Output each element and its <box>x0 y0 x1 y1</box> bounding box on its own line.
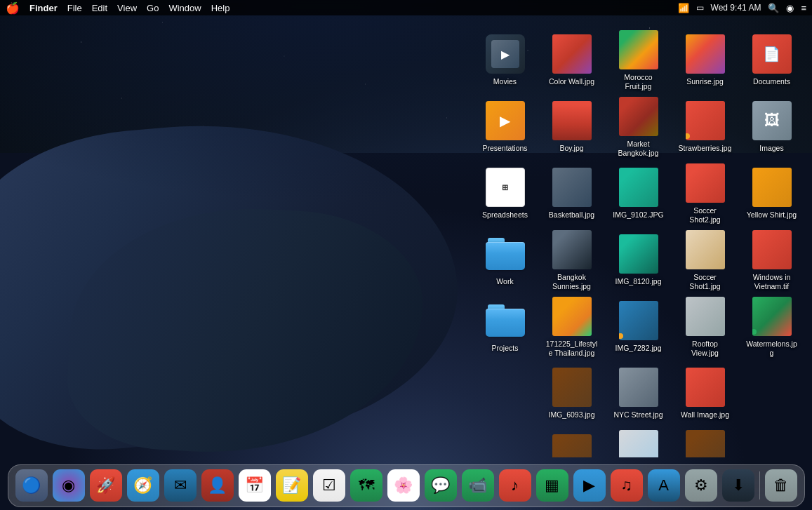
desktop-icon-soccer2[interactable]: Soccer Shot2.jpg <box>675 161 735 224</box>
icon-label-img8120: IMG_8120.jpg <box>615 277 662 286</box>
desktop-icon-yellowshirt[interactable]: Yellow Shirt.jpg <box>742 161 801 224</box>
desktop-icon-soccer1[interactable]: Soccer Shot1.jpg <box>675 228 735 291</box>
desktop-icon-vietnamese[interactable]: Vietnamese Girl.tif <box>675 428 735 457</box>
desktop-icon-strawberries[interactable]: Strawberries.jpg <box>675 95 735 158</box>
dock-item-finder[interactable]: 🔵 <box>14 468 49 503</box>
datetime: Wed 9:41 AM <box>711 3 761 13</box>
desktop-icon-colorwall[interactable]: Color Wall.jpg <box>542 28 601 91</box>
desktop-icon-sunrise[interactable]: Sunrise.jpg <box>675 28 735 91</box>
desktop-icon-lifestyle[interactable]: 171225_Lifestyle Thailand.jpg <box>542 295 601 358</box>
desktop-icon-boy[interactable]: Boy.jpg <box>542 95 601 158</box>
special-icon-spreadsheets: ⊞ <box>486 168 525 207</box>
dock-item-itunes[interactable]: ♪ <box>498 468 533 503</box>
search-icon[interactable]: 🔍 <box>768 3 779 13</box>
desktop-icon-img5961[interactable]: IMG_5961.jpg <box>542 428 601 457</box>
edit-menu[interactable]: Edit <box>92 3 107 13</box>
icon-img-img6093 <box>551 366 593 408</box>
desktop-icon-img8120[interactable]: IMG_8120.jpg <box>608 228 668 291</box>
airplay-icon[interactable]: ▭ <box>696 3 704 13</box>
desktop-icon-movies[interactable]: Movies <box>475 28 535 91</box>
dock-icon-trash: 🗑 <box>765 469 797 502</box>
photo-thumb-img6093 <box>552 368 592 407</box>
wifi-icon[interactable]: 📶 <box>678 3 689 13</box>
dock-item-keynote[interactable]: ▶ <box>572 468 607 503</box>
icon-img-nyc <box>618 366 660 408</box>
status-dot-watermelons <box>752 329 757 335</box>
desktop-icon-documents[interactable]: 📄Documents <box>742 28 801 91</box>
icon-img-soccer1 <box>684 229 726 271</box>
icon-img-strawberries <box>684 100 726 142</box>
icon-label-sunrise: Sunrise.jpg <box>686 77 724 86</box>
help-menu[interactable]: Help <box>211 3 230 13</box>
icon-label-movies: Movies <box>493 77 517 86</box>
desktop-icon-spreadsheets[interactable]: ⊞Spreadsheets <box>475 161 535 224</box>
dock-item-contacts[interactable]: 👤 <box>200 468 235 503</box>
desktop-icon-presentations[interactable]: ▶Presentations <box>475 95 535 158</box>
dock-icon-mail: ✉ <box>164 469 197 502</box>
desktop-icon-basketball[interactable]: Basketball.jpg <box>542 161 601 224</box>
icon-img-morocco-fruit <box>618 29 660 71</box>
photo-thumb-watermelons <box>752 297 792 336</box>
siri-icon[interactable]: ◉ <box>786 3 794 13</box>
icon-img-work <box>484 233 526 275</box>
dock-item-maps[interactable]: 🗺 <box>349 468 384 503</box>
dock-item-archive[interactable]: ⬇ <box>721 468 756 503</box>
desktop-icon-projects[interactable]: Projects <box>475 295 535 358</box>
dock-item-trash[interactable]: 🗑 <box>764 468 799 503</box>
dock-item-safari[interactable]: 🧭 <box>126 468 161 503</box>
apple-menu[interactable]: 🍎 <box>6 1 20 15</box>
desktop-icon-market-bangkok[interactable]: Market Bangkok.jpg <box>608 95 668 158</box>
go-menu[interactable]: Go <box>147 3 159 13</box>
dock-item-reminders[interactable]: ☑ <box>312 468 347 503</box>
desktop-icon-wallimage[interactable]: Wall Image.jpg <box>675 361 735 424</box>
icon-img-wallimage <box>684 366 726 408</box>
desktop-icon-images[interactable]: 🖼Images <box>742 95 801 158</box>
dock-item-numbers[interactable]: ▦ <box>535 468 570 503</box>
icon-label-soccer2: Soccer Shot2.jpg <box>678 206 732 224</box>
icon-label-img7282: IMG_7282.jpg <box>615 344 662 353</box>
desktop-icon-nyc[interactable]: NYC Street.jpg <box>608 361 668 424</box>
desktop-icon-rooftop[interactable]: Rooftop View.jpg <box>675 295 735 358</box>
dock-item-messages[interactable]: 💬 <box>423 468 458 503</box>
dock-icon-contacts: 👤 <box>201 469 234 502</box>
desktop-icon-img7282[interactable]: IMG_7282.jpg <box>608 295 668 358</box>
dock-item-siri[interactable]: ◉ <box>51 468 86 503</box>
dock-icon-music: ♫ <box>611 469 643 502</box>
dock-icon-itunes: ♪ <box>499 469 531 502</box>
status-dot-strawberries <box>686 133 690 139</box>
control-center-icon[interactable]: ≡ <box>801 3 806 13</box>
dock-item-mail[interactable]: ✉ <box>163 468 198 503</box>
desktop-icon-img9102[interactable]: IMG_9102.JPG <box>608 161 668 224</box>
photo-thumb-img9102 <box>619 168 658 207</box>
photo-thumb-wallimage <box>686 368 725 407</box>
dock-item-photos[interactable]: 🌸 <box>386 468 421 503</box>
dock-item-launchpad[interactable]: 🚀 <box>88 468 124 503</box>
view-menu[interactable]: View <box>117 3 137 13</box>
special-icon-presentations: ▶ <box>486 101 525 140</box>
desktop-icon-morocco-fruit[interactable]: Morocco Fruit.jpg <box>608 28 668 91</box>
desktop-icon-morocco-selfie[interactable]: Morocco Selfie.jpg <box>608 428 668 457</box>
icon-label-presentations: Presentations <box>482 144 527 153</box>
dock-item-prefs[interactable]: ⚙ <box>684 468 719 503</box>
dock-item-appstore[interactable]: A <box>646 468 681 503</box>
dock-item-facetime[interactable]: 📹 <box>460 468 495 503</box>
special-icon-images: 🖼 <box>752 101 792 140</box>
desktop-icon-watermelons[interactable]: Watermelons.jpg <box>742 295 801 358</box>
dock-item-music[interactable]: ♫ <box>609 468 644 503</box>
finder-menu[interactable]: Finder <box>29 3 58 13</box>
photo-thumb-morocco-fruit <box>619 30 658 69</box>
desktop-icon-img6093[interactable]: IMG_6093.jpg <box>542 361 601 424</box>
icon-img-market-bangkok <box>618 95 660 137</box>
photo-thumb-basketball <box>552 168 592 207</box>
desktop-icon-bangkok-sunnies[interactable]: Bangkok Sunnies.jpg <box>542 228 601 291</box>
file-menu[interactable]: File <box>67 3 82 13</box>
icon-label-img9102: IMG_9102.JPG <box>613 210 663 220</box>
dock-item-calendar[interactable]: 📅 <box>237 468 272 503</box>
window-menu[interactable]: Window <box>168 3 201 13</box>
photo-thumb-windows-vn <box>752 230 792 269</box>
dock-item-notes[interactable]: 📝 <box>274 468 310 503</box>
photo-thumb-bangkok-sunnies <box>552 230 592 269</box>
desktop-icon-work[interactable]: Work <box>475 228 535 291</box>
icon-img-img9102 <box>618 166 660 208</box>
desktop-icon-windows-vn[interactable]: Windows in Vietnam.tif <box>742 228 801 291</box>
